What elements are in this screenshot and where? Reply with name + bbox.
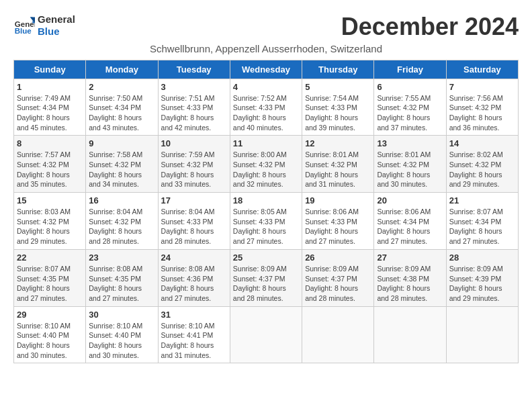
- day-info: Sunrise: 8:01 AM Sunset: 4:32 PM Dayligh…: [305, 150, 371, 189]
- day-number: 11: [233, 138, 299, 148]
- day-number: 31: [161, 310, 227, 320]
- day-number: 4: [233, 82, 299, 92]
- day-number: 22: [17, 253, 83, 263]
- calendar-day-cell: 4 Sunrise: 7:52 AM Sunset: 4:33 PM Dayli…: [230, 79, 302, 136]
- day-number: 24: [161, 253, 227, 263]
- day-number: 13: [377, 138, 443, 148]
- day-info: Sunrise: 7:55 AM Sunset: 4:32 PM Dayligh…: [377, 93, 443, 133]
- day-info: Sunrise: 8:06 AM Sunset: 4:33 PM Dayligh…: [305, 207, 371, 246]
- day-info: Sunrise: 8:07 AM Sunset: 4:35 PM Dayligh…: [17, 264, 83, 304]
- calendar-week-row: 1 Sunrise: 7:49 AM Sunset: 4:34 PM Dayli…: [14, 79, 519, 136]
- calendar-week-row: 22 Sunrise: 8:07 AM Sunset: 4:35 PM Dayl…: [14, 249, 519, 306]
- calendar-day-cell: 22 Sunrise: 8:07 AM Sunset: 4:35 PM Dayl…: [14, 249, 86, 306]
- calendar-day-cell: 23 Sunrise: 8:08 AM Sunset: 4:35 PM Dayl…: [86, 249, 158, 306]
- day-info: Sunrise: 8:09 AM Sunset: 4:37 PM Dayligh…: [305, 264, 371, 304]
- calendar-day-cell: 28 Sunrise: 8:09 AM Sunset: 4:39 PM Dayl…: [446, 249, 518, 306]
- calendar-table: SundayMondayTuesdayWednesdayThursdayFrid…: [13, 60, 519, 364]
- day-info: Sunrise: 7:52 AM Sunset: 4:33 PM Dayligh…: [233, 93, 299, 133]
- calendar-day-cell: 6 Sunrise: 7:55 AM Sunset: 4:32 PM Dayli…: [374, 79, 446, 136]
- calendar-day-cell: 8 Sunrise: 7:57 AM Sunset: 4:32 PM Dayli…: [14, 136, 86, 193]
- calendar-header-row: SundayMondayTuesdayWednesdayThursdayFrid…: [14, 60, 519, 79]
- day-number: 23: [89, 253, 154, 263]
- day-info: Sunrise: 7:57 AM Sunset: 4:32 PM Dayligh…: [17, 150, 83, 189]
- calendar-day-header: Friday: [374, 60, 446, 79]
- calendar-day-header: Sunday: [14, 60, 86, 79]
- day-number: 14: [449, 138, 515, 148]
- day-info: Sunrise: 7:58 AM Sunset: 4:32 PM Dayligh…: [89, 150, 154, 189]
- day-info: Sunrise: 7:49 AM Sunset: 4:34 PM Dayligh…: [17, 93, 83, 133]
- calendar-day-header: Saturday: [446, 60, 518, 79]
- day-info: Sunrise: 8:08 AM Sunset: 4:36 PM Dayligh…: [161, 264, 227, 304]
- day-number: 27: [377, 253, 443, 263]
- day-info: Sunrise: 7:54 AM Sunset: 4:33 PM Dayligh…: [305, 93, 371, 133]
- day-info: Sunrise: 8:09 AM Sunset: 4:37 PM Dayligh…: [233, 264, 299, 304]
- calendar-day-cell: 21 Sunrise: 8:07 AM Sunset: 4:34 PM Dayl…: [446, 193, 518, 250]
- calendar-week-row: 29 Sunrise: 8:10 AM Sunset: 4:40 PM Dayl…: [14, 306, 519, 363]
- calendar-day-cell: 27 Sunrise: 8:09 AM Sunset: 4:38 PM Dayl…: [374, 249, 446, 306]
- location-subtitle: Schwellbrunn, Appenzell Ausserrhoden, Sw…: [13, 43, 519, 54]
- day-info: Sunrise: 8:01 AM Sunset: 4:32 PM Dayligh…: [377, 150, 443, 189]
- calendar-day-cell: [374, 306, 446, 363]
- logo-icon: General Blue: [13, 15, 35, 36]
- day-number: 12: [305, 138, 371, 148]
- day-info: Sunrise: 7:59 AM Sunset: 4:32 PM Dayligh…: [161, 150, 227, 189]
- day-number: 7: [449, 82, 515, 92]
- calendar-day-cell: [302, 306, 374, 363]
- calendar-day-cell: 26 Sunrise: 8:09 AM Sunset: 4:37 PM Dayl…: [302, 249, 374, 306]
- day-info: Sunrise: 8:00 AM Sunset: 4:32 PM Dayligh…: [233, 150, 299, 189]
- calendar-day-cell: 3 Sunrise: 7:51 AM Sunset: 4:33 PM Dayli…: [158, 79, 230, 136]
- calendar-day-header: Thursday: [302, 60, 374, 79]
- calendar-day-cell: [446, 306, 518, 363]
- day-number: 17: [161, 195, 227, 205]
- logo: General Blue General Blue: [13, 13, 75, 38]
- day-info: Sunrise: 7:51 AM Sunset: 4:33 PM Dayligh…: [161, 93, 227, 133]
- day-number: 28: [449, 253, 515, 263]
- svg-text:Blue: Blue: [15, 27, 32, 35]
- logo-line2: Blue: [38, 26, 75, 38]
- calendar-day-header: Tuesday: [158, 60, 230, 79]
- calendar-day-header: Wednesday: [230, 60, 302, 79]
- day-info: Sunrise: 8:07 AM Sunset: 4:34 PM Dayligh…: [449, 207, 515, 246]
- calendar-day-cell: 29 Sunrise: 8:10 AM Sunset: 4:40 PM Dayl…: [14, 306, 86, 363]
- day-number: 15: [17, 195, 83, 205]
- day-number: 18: [233, 195, 299, 205]
- day-info: Sunrise: 8:08 AM Sunset: 4:35 PM Dayligh…: [89, 264, 154, 304]
- calendar-day-cell: 14 Sunrise: 8:02 AM Sunset: 4:32 PM Dayl…: [446, 136, 518, 193]
- month-title: December 2024: [341, 13, 519, 40]
- calendar-day-cell: 19 Sunrise: 8:06 AM Sunset: 4:33 PM Dayl…: [302, 193, 374, 250]
- day-number: 20: [377, 195, 443, 205]
- day-number: 2: [89, 82, 154, 92]
- page-header: General Blue General Blue December 2024: [13, 13, 519, 40]
- day-info: Sunrise: 8:09 AM Sunset: 4:38 PM Dayligh…: [377, 264, 443, 304]
- title-block: December 2024: [341, 13, 519, 40]
- day-info: Sunrise: 8:04 AM Sunset: 4:32 PM Dayligh…: [89, 207, 154, 246]
- calendar-day-cell: 7 Sunrise: 7:56 AM Sunset: 4:32 PM Dayli…: [446, 79, 518, 136]
- day-info: Sunrise: 8:10 AM Sunset: 4:40 PM Dayligh…: [17, 321, 83, 361]
- calendar-day-header: Monday: [86, 60, 158, 79]
- day-number: 26: [305, 253, 371, 263]
- day-number: 3: [161, 82, 227, 92]
- calendar-day-cell: 17 Sunrise: 8:04 AM Sunset: 4:33 PM Dayl…: [158, 193, 230, 250]
- day-info: Sunrise: 8:10 AM Sunset: 4:41 PM Dayligh…: [161, 321, 227, 361]
- day-number: 29: [17, 310, 83, 320]
- day-info: Sunrise: 8:06 AM Sunset: 4:34 PM Dayligh…: [377, 207, 443, 246]
- calendar-day-cell: 10 Sunrise: 7:59 AM Sunset: 4:32 PM Dayl…: [158, 136, 230, 193]
- day-info: Sunrise: 8:04 AM Sunset: 4:33 PM Dayligh…: [161, 207, 227, 246]
- calendar-week-row: 8 Sunrise: 7:57 AM Sunset: 4:32 PM Dayli…: [14, 136, 519, 193]
- day-number: 19: [305, 195, 371, 205]
- calendar-day-cell: 30 Sunrise: 8:10 AM Sunset: 4:40 PM Dayl…: [86, 306, 158, 363]
- calendar-day-cell: 13 Sunrise: 8:01 AM Sunset: 4:32 PM Dayl…: [374, 136, 446, 193]
- day-number: 16: [89, 195, 154, 205]
- day-info: Sunrise: 8:10 AM Sunset: 4:40 PM Dayligh…: [89, 321, 154, 361]
- day-info: Sunrise: 8:03 AM Sunset: 4:32 PM Dayligh…: [17, 207, 83, 246]
- calendar-day-cell: 12 Sunrise: 8:01 AM Sunset: 4:32 PM Dayl…: [302, 136, 374, 193]
- calendar-day-cell: 18 Sunrise: 8:05 AM Sunset: 4:33 PM Dayl…: [230, 193, 302, 250]
- day-number: 30: [89, 310, 154, 320]
- calendar-day-cell: 1 Sunrise: 7:49 AM Sunset: 4:34 PM Dayli…: [14, 79, 86, 136]
- calendar-day-cell: 9 Sunrise: 7:58 AM Sunset: 4:32 PM Dayli…: [86, 136, 158, 193]
- day-number: 21: [449, 195, 515, 205]
- day-info: Sunrise: 8:09 AM Sunset: 4:39 PM Dayligh…: [449, 264, 515, 304]
- calendar-week-row: 15 Sunrise: 8:03 AM Sunset: 4:32 PM Dayl…: [14, 193, 519, 250]
- day-number: 1: [17, 82, 83, 92]
- day-number: 5: [305, 82, 371, 92]
